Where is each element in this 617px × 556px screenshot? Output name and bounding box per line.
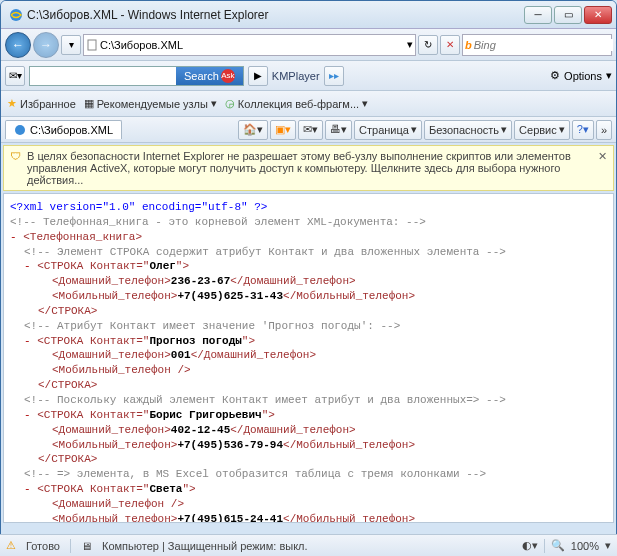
ask-search-button[interactable]: SearchAsk [176, 67, 243, 85]
ask-icon: Ask [221, 69, 235, 83]
status-ready: Готово [26, 540, 60, 552]
kmplayer-label[interactable]: KMPlayer [272, 70, 320, 82]
infobar-text: В целях безопасности Internet Explorer н… [27, 150, 592, 186]
search-box[interactable]: b 🔍 [462, 34, 612, 56]
titlebar: C:\Зиборов.XML - Windows Internet Explor… [1, 1, 616, 29]
window-title: C:\Зиборов.XML - Windows Internet Explor… [27, 8, 524, 22]
media-button[interactable]: ▶ [248, 66, 268, 86]
ie-tab-icon [14, 124, 26, 136]
shield-icon: 🛡 [10, 150, 21, 162]
svg-rect-1 [88, 40, 96, 50]
maximize-button[interactable]: ▭ [554, 6, 582, 24]
print-button[interactable]: 🖶▾ [325, 120, 352, 140]
window-buttons: ─ ▭ ✕ [524, 6, 612, 24]
status-mode-icon[interactable]: ◐▾ [522, 539, 538, 552]
gear-icon[interactable]: ⚙ [550, 69, 560, 82]
svg-point-2 [15, 125, 25, 135]
infobar-close[interactable]: ✕ [598, 150, 607, 163]
refresh-button[interactable]: ↻ [418, 35, 438, 55]
favorites-button[interactable]: ★Избранное [7, 97, 76, 110]
forward-button[interactable]: → [33, 32, 59, 58]
options-dropdown-icon[interactable]: ▾ [606, 69, 612, 82]
back-button[interactable]: ← [5, 32, 31, 58]
tab-label: C:\Зиборов.XML [30, 124, 113, 136]
mail-button[interactable]: ✉▾ [5, 66, 25, 86]
navbar: ← → ▾ ▾ ↻ ✕ b 🔍 [1, 29, 616, 61]
toolbar-search: ✉▾ SearchAsk ▶ KMPlayer ▸▸ ⚙ Options ▾ [1, 61, 616, 91]
slice-icon: ◶ [225, 97, 235, 110]
address-bar[interactable]: ▾ [83, 34, 416, 56]
search-input[interactable] [474, 39, 613, 51]
address-input[interactable] [100, 39, 405, 51]
sites-icon: ▦ [84, 97, 94, 110]
web-slices[interactable]: ◶Коллекция веб-фрагм...▾ [225, 97, 368, 110]
computer-icon: 🖥 [81, 540, 92, 552]
service-menu[interactable]: Сервис▾ [514, 120, 570, 140]
help-button[interactable]: ?▾ [572, 120, 594, 140]
zoom-dropdown-icon[interactable]: ▾ [605, 539, 611, 552]
bing-icon: b [465, 39, 472, 51]
feeds-button[interactable]: ▣▾ [270, 120, 296, 140]
expand-button[interactable]: » [596, 120, 612, 140]
recommended-sites[interactable]: ▦Рекомендуемые узлы▾ [84, 97, 217, 110]
star-icon: ★ [7, 97, 17, 110]
minimize-button[interactable]: ─ [524, 6, 552, 24]
nav-dropdown[interactable]: ▾ [61, 35, 81, 55]
xml-content[interactable]: <?xml version="1.0" encoding="utf-8" ?><… [3, 193, 614, 523]
status-bar: ⚠ Готово 🖥 Компьютер | Защищенный режим:… [0, 534, 617, 556]
favorites-bar: ★Избранное ▦Рекомендуемые узлы▾ ◶Коллекц… [1, 91, 616, 117]
stop-button[interactable]: ✕ [440, 35, 460, 55]
page-menu[interactable]: Страница▾ [354, 120, 422, 140]
address-dropdown-icon[interactable]: ▾ [407, 38, 413, 51]
file-icon [86, 39, 98, 51]
home-button[interactable]: 🏠▾ [238, 120, 268, 140]
ask-search-box[interactable]: SearchAsk [29, 66, 244, 86]
status-zone: Компьютер | Защищенный режим: выкл. [102, 540, 308, 552]
tab-active[interactable]: C:\Зиборов.XML [5, 120, 122, 139]
kmplayer-next-button[interactable]: ▸▸ [324, 66, 344, 86]
warning-icon: ⚠ [6, 539, 16, 552]
security-infobar[interactable]: 🛡 В целях безопасности Internet Explorer… [3, 145, 614, 191]
ask-search-input[interactable] [30, 67, 176, 85]
zoom-icon[interactable]: 🔍 [551, 539, 565, 552]
mail2-button[interactable]: ✉▾ [298, 120, 323, 140]
tab-strip: C:\Зиборов.XML 🏠▾ ▣▾ ✉▾ 🖶▾ Страница▾ Без… [1, 117, 616, 143]
close-button[interactable]: ✕ [584, 6, 612, 24]
safety-menu[interactable]: Безопасность▾ [424, 120, 512, 140]
zoom-level[interactable]: 100% [571, 540, 599, 552]
ie-icon [9, 8, 23, 22]
options-label[interactable]: Options [564, 70, 602, 82]
